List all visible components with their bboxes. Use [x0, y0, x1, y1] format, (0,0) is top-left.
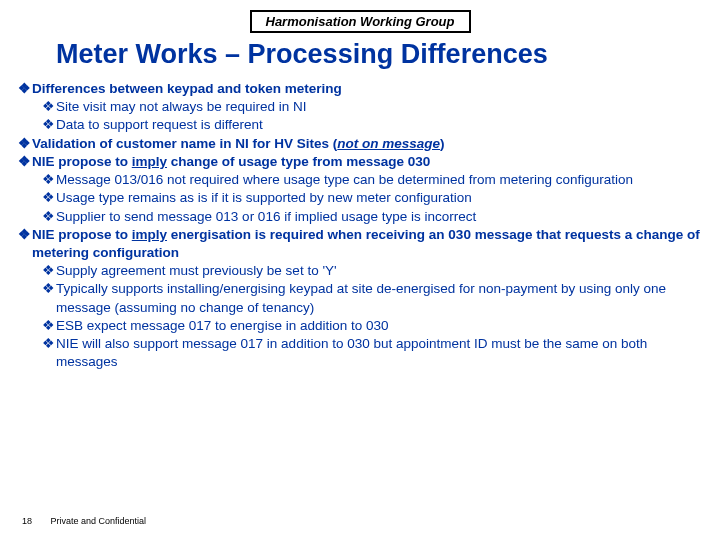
footer-label: Private and Confidential — [51, 516, 147, 526]
bullet-item: ❖NIE will also support message 017 in ad… — [42, 335, 708, 371]
diamond-bullet-icon: ❖ — [42, 280, 56, 298]
diamond-bullet-icon: ❖ — [42, 98, 56, 116]
bullet-item: ❖NIE propose to imply energisation is re… — [18, 226, 708, 262]
slide-title: Meter Works – Processing Differences — [56, 39, 720, 70]
text-run: Supplier to send message 013 or 016 if i… — [56, 209, 476, 224]
bullet-item: ❖Supplier to send message 013 or 016 if … — [42, 208, 708, 226]
diamond-bullet-icon: ❖ — [18, 226, 32, 244]
text-run: ) — [440, 136, 445, 151]
bullet-item: ❖Supply agreement must previously be set… — [42, 262, 708, 280]
footer: 18 Private and Confidential — [22, 516, 146, 526]
diamond-bullet-icon: ❖ — [42, 171, 56, 189]
text-run: Differences between keypad and token met… — [32, 81, 342, 96]
bullet-item: ❖Data to support request is different — [42, 116, 708, 134]
diamond-bullet-icon: ❖ — [18, 153, 32, 171]
text-run: Usage type remains as is if it is suppor… — [56, 190, 472, 205]
diamond-bullet-icon: ❖ — [18, 80, 32, 98]
header-box: Harmonisation Working Group — [250, 10, 471, 33]
bullet-item: ❖Validation of customer name in NI for H… — [18, 135, 708, 153]
text-run: not on message — [337, 136, 440, 151]
text-run: change of usage type from message 030 — [167, 154, 430, 169]
diamond-bullet-icon: ❖ — [42, 208, 56, 226]
body-content: ❖Differences between keypad and token me… — [0, 80, 720, 372]
text-run: NIE propose to — [32, 227, 132, 242]
text-run: Supply agreement must previously be set … — [56, 263, 337, 278]
page-number: 18 — [22, 516, 32, 526]
diamond-bullet-icon: ❖ — [42, 262, 56, 280]
diamond-bullet-icon: ❖ — [18, 135, 32, 153]
diamond-bullet-icon: ❖ — [42, 189, 56, 207]
bullet-item: ❖NIE propose to imply change of usage ty… — [18, 153, 708, 171]
text-run: Site visit may not always be required in… — [56, 99, 307, 114]
text-run: imply — [132, 227, 167, 242]
bullet-item: ❖ESB expect message 017 to energise in a… — [42, 317, 708, 335]
text-run: ESB expect message 017 to energise in ad… — [56, 318, 388, 333]
diamond-bullet-icon: ❖ — [42, 116, 56, 134]
text-run: Message 013/016 not required where usage… — [56, 172, 633, 187]
header-container: Harmonisation Working Group — [0, 0, 720, 33]
diamond-bullet-icon: ❖ — [42, 335, 56, 353]
text-run: imply — [132, 154, 167, 169]
bullet-item: ❖Usage type remains as is if it is suppo… — [42, 189, 708, 207]
text-run: NIE will also support message 017 in add… — [56, 336, 647, 369]
bullet-item: ❖Site visit may not always be required i… — [42, 98, 708, 116]
bullet-item: ❖Differences between keypad and token me… — [18, 80, 708, 98]
text-run: Data to support request is different — [56, 117, 263, 132]
bullet-item: ❖Typically supports installing/energisin… — [42, 280, 708, 316]
bullet-item: ❖Message 013/016 not required where usag… — [42, 171, 708, 189]
diamond-bullet-icon: ❖ — [42, 317, 56, 335]
text-run: Validation of customer name in NI for HV… — [32, 136, 337, 151]
text-run: NIE propose to — [32, 154, 132, 169]
text-run: Typically supports installing/energising… — [56, 281, 666, 314]
